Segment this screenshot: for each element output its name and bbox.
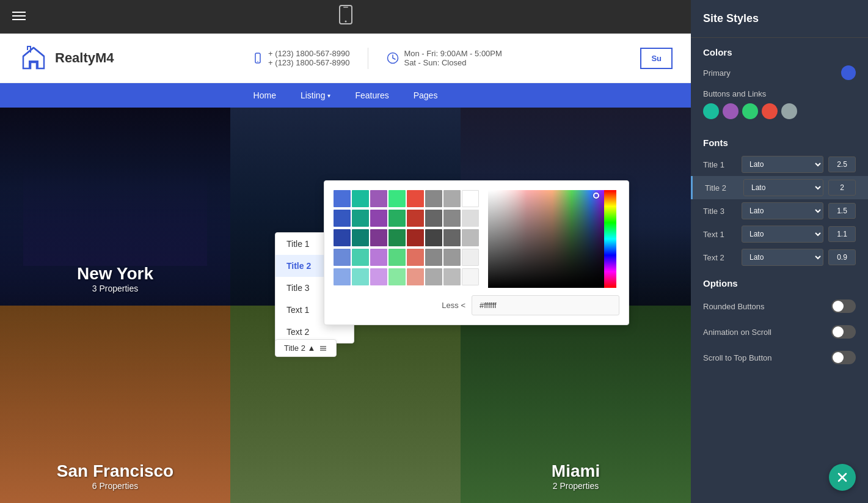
palette-cell[interactable]	[388, 229, 406, 246]
gradient-picker-dot[interactable]	[593, 193, 599, 199]
palette-cell[interactable]	[334, 210, 351, 227]
swatch-red[interactable]	[762, 103, 778, 119]
city-card-miami[interactable]: Miami 2 Properties	[461, 306, 691, 504]
font-select-text1[interactable]: Lato	[742, 226, 823, 243]
palette-cell[interactable]	[352, 249, 369, 266]
palette-cell[interactable]	[334, 190, 351, 207]
nav-home[interactable]: Home	[253, 90, 276, 100]
palette-cell[interactable]	[443, 268, 461, 285]
city-card-new-york[interactable]: New York 3 Properties	[0, 108, 230, 306]
palette-cell[interactable]	[407, 249, 424, 266]
palette-cell[interactable]	[425, 249, 442, 266]
palette-cell[interactable]	[370, 268, 387, 285]
font-select-title3[interactable]: Lato	[742, 202, 823, 219]
svg-point-1	[345, 21, 346, 23]
font-size-text2[interactable]: 0.9	[828, 249, 856, 265]
font-select-title1[interactable]: Lato	[742, 156, 823, 173]
toolbar	[0, 0, 691, 34]
palette-cell[interactable]	[370, 210, 387, 227]
nav-listing[interactable]: Listing ▾	[301, 90, 330, 100]
hours-contact: Mon - Fri: 9:00AM - 5:00PM Sat - Sun: Cl…	[387, 49, 501, 67]
cta-button[interactable]: Su	[640, 48, 673, 69]
palette-cell[interactable]	[352, 229, 369, 246]
picker-top	[334, 190, 619, 288]
palette-cell[interactable]	[334, 229, 351, 246]
hex-color-input[interactable]: #ffffff	[472, 295, 619, 315]
colors-section-title: Colors	[691, 38, 868, 62]
city-card-san-francisco[interactable]: San Francisco 6 Properties	[0, 306, 230, 504]
palette-cell[interactable]	[370, 249, 387, 266]
toggle-rounded-buttons[interactable]	[831, 299, 856, 313]
palette-cell[interactable]	[462, 249, 479, 266]
toggle-knob-animation	[833, 326, 844, 337]
phone-contact: + (123) 1800-567-8990 + (123) 1800-567-8…	[252, 49, 349, 67]
nav-pages[interactable]: Pages	[414, 90, 438, 100]
site-logo-text: RealtyM4	[55, 50, 114, 66]
font-size-title2[interactable]: 2	[828, 180, 856, 196]
palette-cell[interactable]	[443, 229, 461, 246]
palette-cell[interactable]	[425, 229, 442, 246]
palette-cell[interactable]	[370, 190, 387, 207]
toggle-scroll-top[interactable]	[831, 351, 856, 364]
font-size-title3[interactable]: 1.5	[828, 203, 856, 219]
swatch-purple[interactable]	[723, 103, 739, 119]
picker-less-btn[interactable]: Less <	[334, 301, 465, 310]
hamburger-menu[interactable]	[12, 9, 26, 23]
font-size-text1[interactable]: 1.1	[828, 226, 856, 242]
palette-cell[interactable]	[352, 190, 369, 207]
tag-menu-icon	[319, 344, 327, 353]
palette-cell[interactable]	[462, 210, 479, 227]
palette-cell[interactable]	[462, 268, 479, 285]
color-picker-popup: Less < #ffffff	[324, 180, 629, 325]
color-gradient-picker[interactable]	[488, 190, 616, 288]
site-header: RealtyM4 + (123) 1800-567-8990 + (123) 1…	[0, 34, 691, 83]
palette-cell[interactable]	[388, 210, 406, 227]
option-label-animation: Animation on Scroll	[703, 328, 771, 337]
swatch-green[interactable]	[742, 103, 758, 119]
close-panel-button[interactable]	[829, 464, 856, 491]
palette-cell[interactable]	[388, 249, 406, 266]
palette-cell[interactable]	[407, 229, 424, 246]
selected-tag-label: Title 2 ▲	[284, 343, 315, 353]
option-scroll-top: Scroll to Top Button	[691, 345, 868, 370]
palette-cell[interactable]	[425, 190, 442, 207]
font-select-text2[interactable]: Lato	[742, 249, 823, 266]
palette-cell[interactable]	[443, 190, 461, 207]
palette-cell[interactable]	[407, 190, 424, 207]
toggle-animation-scroll[interactable]	[831, 325, 856, 339]
primary-color-swatch[interactable]	[841, 65, 856, 80]
palette-cell[interactable]	[352, 210, 369, 227]
palette-cell[interactable]	[370, 229, 387, 246]
swatch-gray[interactable]	[781, 103, 797, 119]
palette-cell[interactable]	[443, 210, 461, 227]
palette-cell[interactable]	[334, 249, 351, 266]
font-select-title2[interactable]: Lato	[743, 179, 823, 196]
title2-selected-tag[interactable]: Title 2 ▲	[275, 339, 337, 357]
palette-cell[interactable]	[407, 268, 424, 285]
swatch-teal[interactable]	[703, 103, 719, 119]
palette-cell[interactable]	[352, 268, 369, 285]
palette-cell[interactable]	[388, 190, 406, 207]
fonts-section-title: Fonts	[691, 128, 868, 153]
nav-listing-arrow: ▾	[327, 92, 330, 99]
palette-cell[interactable]	[425, 268, 442, 285]
palette-cell[interactable]	[425, 210, 442, 227]
palette-cell[interactable]	[334, 268, 351, 285]
palette-cell[interactable]	[462, 190, 479, 207]
clock-icon	[387, 52, 399, 64]
font-row-text1: Text 1 Lato 1.1	[691, 222, 868, 246]
palette-cell[interactable]	[462, 229, 479, 246]
device-icon[interactable]	[339, 5, 352, 28]
palette-cell[interactable]	[443, 249, 461, 266]
font-size-title1[interactable]: 2.5	[828, 156, 856, 172]
nav-features[interactable]: Features	[355, 90, 388, 100]
option-label-rounded: Rounded Buttons	[703, 302, 764, 311]
font-label-text1: Text 1	[703, 230, 737, 239]
svg-rect-2	[343, 7, 348, 8]
font-label-title2: Title 2	[705, 183, 739, 193]
palette-cell[interactable]	[407, 210, 424, 227]
buttons-links-label: Buttons and Links	[691, 86, 868, 103]
palette-cell[interactable]	[388, 268, 406, 285]
options-section-title: Options	[691, 269, 868, 293]
contact-divider	[368, 48, 368, 69]
